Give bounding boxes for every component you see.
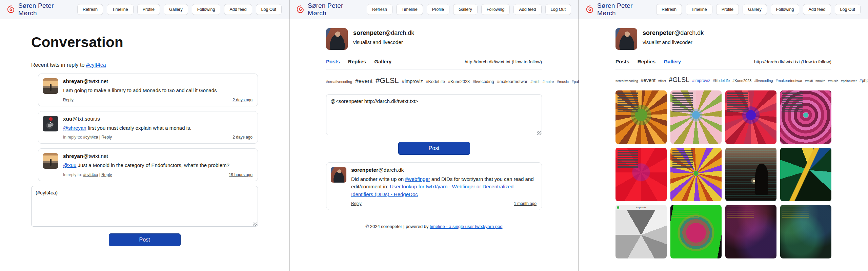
top-nav-bar: Søren Peter Mørch RefreshTimelineProfile… (0, 0, 289, 19)
nav-button-gallery[interactable]: Gallery (743, 4, 767, 15)
post-timestamp-link[interactable]: 19 hours ago (229, 172, 253, 177)
tag-link-makeartnotwar[interactable]: #makeartnotwar (497, 79, 527, 84)
gallery-image[interactable] (725, 148, 776, 201)
brand-home-link[interactable]: Søren Peter Mørch (7, 2, 74, 17)
gallery-image[interactable]: Improviz (615, 205, 667, 258)
post-body-link[interactable]: User lookup for twtxt/yarn - Webfinger o… (351, 184, 513, 197)
tag-link-glsl[interactable]: #GLSL (669, 76, 689, 83)
how-to-follow-link[interactable]: (How to follow) (512, 59, 542, 64)
thread-tag-link[interactable]: #cylt4ca (86, 62, 106, 68)
nav-button-log-out[interactable]: Log Out (545, 4, 571, 15)
reply-link[interactable]: Reply (101, 172, 112, 177)
post-timestamp-link[interactable]: 1 month ago (514, 201, 537, 206)
nav-button-add-feed[interactable]: Add feed (224, 4, 252, 15)
nav-button-timeline[interactable]: Timeline (396, 4, 423, 15)
tag-link-paintover[interactable]: #paintOver (572, 80, 579, 84)
gallery-image[interactable] (725, 205, 776, 258)
nav-button-following[interactable]: Following (192, 4, 221, 15)
footer-timeline-link[interactable]: timeline - a single user twtxt/yarn pod (430, 224, 503, 229)
gallery-image[interactable] (670, 148, 722, 201)
nav-button-following[interactable]: Following (481, 4, 510, 15)
in-reply-to-tag-link[interactable]: #cylt4ca (83, 135, 98, 140)
tab-posts[interactable]: Posts (615, 59, 629, 64)
tag-link-paintover[interactable]: #paintOver (841, 79, 856, 83)
nav-button-profile[interactable]: Profile (427, 4, 449, 15)
reply-link[interactable]: Reply (63, 98, 74, 102)
post-composer-input[interactable]: @<sorenpeter http://darch.dk/twtxt.txt> (326, 95, 542, 135)
tag-link-event[interactable]: #event (641, 78, 656, 83)
tag-link-midi[interactable]: #midi (805, 79, 813, 83)
how-to-follow-link[interactable]: (How to follow) (801, 59, 831, 64)
tag-link-livecoding[interactable]: #livecoding (754, 79, 773, 83)
tab-posts[interactable]: Posts (326, 59, 340, 64)
tag-link-improviz[interactable]: #improviz (402, 79, 423, 84)
nav-button-profile[interactable]: Profile (716, 4, 739, 15)
nav-button-add-feed[interactable]: Add feed (803, 4, 831, 15)
nav-button-refresh[interactable]: Refresh (656, 4, 682, 15)
nav-button-timeline[interactable]: Timeline (686, 4, 712, 15)
feed-url-link[interactable]: http://darch.dk/twtxt.txt (754, 59, 800, 64)
tag-link-makeartnotwar[interactable]: #makeartnotwar (775, 79, 802, 83)
post-author-link[interactable]: shreyan@twtxt.net (63, 78, 108, 84)
gallery-image[interactable] (780, 90, 831, 144)
reply-link[interactable]: Reply (101, 135, 112, 140)
post-author-link[interactable]: xuu@txt.sour.is (63, 116, 100, 122)
tag-link-creativecoding[interactable]: #creativecoding (326, 80, 352, 84)
tag-link-event[interactable]: #event (355, 78, 372, 84)
nav-button-log-out[interactable]: Log Out (256, 4, 282, 15)
post-button[interactable]: Post (398, 142, 470, 155)
divider (326, 69, 542, 69)
tag-link-kodelife[interactable]: #KodeLife (713, 79, 730, 83)
post-body-link[interactable]: #webfinger (405, 176, 430, 182)
tab-replies[interactable]: Replies (638, 59, 655, 64)
code-overlay (672, 207, 699, 217)
post-body-link[interactable]: @shreyan (63, 125, 86, 131)
tag-link-creativecoding[interactable]: #creativecoding (615, 79, 638, 83)
tag-link-kune2023[interactable]: #Kune2023 (732, 79, 751, 83)
reply-composer-input[interactable]: (#cylt4ca) (31, 186, 258, 227)
tag-link-music[interactable]: #music (557, 80, 569, 84)
post-timestamp-link[interactable]: 2 days ago (233, 135, 253, 140)
nav-button-log-out[interactable]: Log Out (835, 4, 861, 15)
gallery-image[interactable] (780, 205, 831, 258)
brand-home-link[interactable]: Søren Peter Mørch (297, 2, 363, 17)
in-reply-to-tag-link[interactable]: #cylt4ca (83, 172, 98, 177)
nav-button-gallery[interactable]: Gallery (453, 4, 478, 15)
nav-button-profile[interactable]: Profile (137, 4, 160, 15)
tag-link-music[interactable]: #music (828, 79, 838, 83)
tag-link-moire[interactable]: #moire (542, 80, 554, 84)
tag-link-midi[interactable]: #midi (530, 80, 539, 84)
brand-home-link[interactable]: Søren Peter Mørch (586, 2, 653, 17)
nav-button-add-feed[interactable]: Add feed (513, 4, 541, 15)
tag-link-kodelife[interactable]: #KodeLife (426, 79, 445, 84)
nav-button-gallery[interactable]: Gallery (164, 4, 188, 15)
tab-replies[interactable]: Replies (348, 59, 366, 64)
gallery-image[interactable] (615, 90, 667, 144)
post-body-link[interactable]: @xuu (63, 162, 76, 168)
post-author-link[interactable]: sorenpeter@darch.dk (351, 167, 404, 173)
gallery-image[interactable] (670, 90, 722, 144)
nav-button-timeline[interactable]: Timeline (107, 4, 134, 15)
gallery-image[interactable] (670, 205, 722, 258)
tag-link-phpub2twtxt[interactable]: #phpub2twtxt (860, 78, 868, 83)
profile-header: sorenpeter@darch.dk visualist and liveco… (326, 28, 542, 50)
feed-url-link[interactable]: http://darch.dk/twtxt.txt (465, 59, 510, 64)
tag-link-filter[interactable]: #filter (658, 79, 666, 83)
tag-link-livecoding[interactable]: #livecoding (473, 79, 494, 84)
gallery-image[interactable] (725, 90, 776, 144)
gallery-image[interactable] (780, 148, 831, 201)
post-button[interactable]: Post (109, 233, 181, 246)
tag-link-kune2023[interactable]: #Kune2023 (448, 79, 470, 84)
tab-gallery[interactable]: Gallery (374, 59, 391, 64)
tag-link-moire[interactable]: #moire (815, 79, 825, 83)
reply-link[interactable]: Reply (351, 201, 362, 206)
post-timestamp-link[interactable]: 2 days ago (233, 98, 253, 102)
post-author-link[interactable]: shreyan@twtxt.net (63, 153, 108, 159)
tag-link-improviz[interactable]: #improviz (692, 78, 710, 83)
nav-button-refresh[interactable]: Refresh (367, 4, 392, 15)
nav-button-refresh[interactable]: Refresh (77, 4, 103, 15)
nav-button-following[interactable]: Following (771, 4, 800, 15)
tag-link-glsl[interactable]: #GLSL (376, 76, 399, 85)
tab-gallery[interactable]: Gallery (664, 59, 681, 64)
gallery-image[interactable] (615, 148, 667, 201)
